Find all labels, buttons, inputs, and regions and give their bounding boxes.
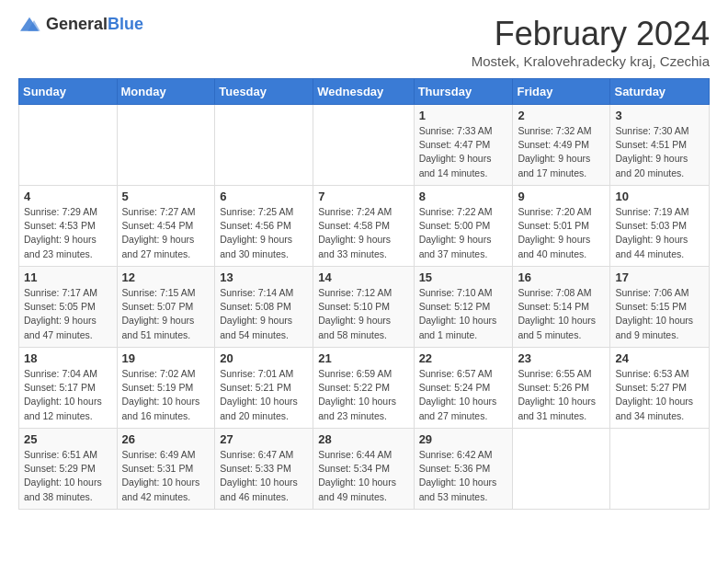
day-number: 15 [419,270,508,284]
day-detail: Sunrise: 7:33 AM Sunset: 4:47 PM Dayligh… [419,124,508,180]
logo: GeneralBlue [18,15,143,34]
day-detail: Sunrise: 6:51 AM Sunset: 5:29 PM Dayligh… [24,448,112,504]
weekday-header-saturday: Saturday [610,79,710,105]
calendar-cell: 2Sunrise: 7:32 AM Sunset: 4:49 PM Daylig… [513,105,610,186]
day-number: 9 [518,190,605,203]
calendar-cell: 25Sunrise: 6:51 AM Sunset: 5:29 PM Dayli… [19,429,118,510]
day-detail: Sunrise: 6:57 AM Sunset: 5:24 PM Dayligh… [419,367,508,423]
calendar-cell: 8Sunrise: 7:22 AM Sunset: 5:00 PM Daylig… [414,186,513,267]
calendar-cell: 4Sunrise: 7:29 AM Sunset: 4:53 PM Daylig… [19,186,118,267]
calendar-cell: 23Sunrise: 6:55 AM Sunset: 5:26 PM Dayli… [513,348,610,429]
calendar-cell: 3Sunrise: 7:30 AM Sunset: 4:51 PM Daylig… [610,105,710,186]
day-number: 4 [24,190,112,203]
day-number: 6 [220,190,308,203]
day-detail: Sunrise: 6:42 AM Sunset: 5:36 PM Dayligh… [419,448,508,504]
calendar-cell: 5Sunrise: 7:27 AM Sunset: 4:54 PM Daylig… [117,186,215,267]
calendar-cell: 18Sunrise: 7:04 AM Sunset: 5:17 PM Dayli… [19,348,118,429]
day-number: 29 [419,432,508,446]
calendar-cell: 20Sunrise: 7:01 AM Sunset: 5:21 PM Dayli… [215,348,313,429]
day-detail: Sunrise: 7:01 AM Sunset: 5:21 PM Dayligh… [220,367,308,423]
day-number: 25 [24,432,112,446]
day-number: 13 [220,270,308,284]
day-number: 2 [518,109,605,122]
calendar-week-row: 18Sunrise: 7:04 AM Sunset: 5:17 PM Dayli… [19,348,710,429]
location: Mostek, Kralovehradecky kraj, Czechia [472,53,710,69]
calendar-cell: 28Sunrise: 6:44 AM Sunset: 5:34 PM Dayli… [313,429,414,510]
calendar-cell: 17Sunrise: 7:06 AM Sunset: 5:15 PM Dayli… [610,267,710,348]
day-number: 8 [419,190,508,203]
day-detail: Sunrise: 7:27 AM Sunset: 4:54 PM Dayligh… [122,205,210,261]
day-detail: Sunrise: 7:22 AM Sunset: 5:00 PM Dayligh… [419,205,508,261]
calendar-week-row: 1Sunrise: 7:33 AM Sunset: 4:47 PM Daylig… [19,105,710,186]
calendar-week-row: 4Sunrise: 7:29 AM Sunset: 4:53 PM Daylig… [19,186,710,267]
calendar-cell: 10Sunrise: 7:19 AM Sunset: 5:03 PM Dayli… [610,186,710,267]
day-detail: Sunrise: 7:30 AM Sunset: 4:51 PM Dayligh… [615,124,704,180]
calendar-cell [610,429,710,510]
weekday-header-friday: Friday [513,79,610,105]
calendar-cell: 22Sunrise: 6:57 AM Sunset: 5:24 PM Dayli… [414,348,513,429]
title-block: February 2024 Mostek, Kralovehradecky kr… [472,15,710,69]
day-detail: Sunrise: 7:17 AM Sunset: 5:05 PM Dayligh… [24,286,112,342]
weekday-header-tuesday: Tuesday [215,79,313,105]
calendar-cell [215,105,313,186]
logo-icon [18,16,40,34]
day-number: 12 [122,270,210,284]
logo-general: General [46,15,108,33]
day-number: 23 [518,351,605,365]
day-number: 24 [615,351,704,365]
day-number: 3 [615,109,704,122]
day-number: 21 [318,351,408,365]
day-detail: Sunrise: 6:59 AM Sunset: 5:22 PM Dayligh… [318,367,408,423]
calendar-table: SundayMondayTuesdayWednesdayThursdayFrid… [18,78,710,510]
calendar-cell: 21Sunrise: 6:59 AM Sunset: 5:22 PM Dayli… [313,348,414,429]
weekday-header-wednesday: Wednesday [313,79,414,105]
calendar-cell: 1Sunrise: 7:33 AM Sunset: 4:47 PM Daylig… [414,105,513,186]
calendar-cell [313,105,414,186]
day-number: 16 [518,270,605,284]
day-detail: Sunrise: 7:19 AM Sunset: 5:03 PM Dayligh… [615,205,704,261]
calendar-cell: 9Sunrise: 7:20 AM Sunset: 5:01 PM Daylig… [513,186,610,267]
day-detail: Sunrise: 7:10 AM Sunset: 5:12 PM Dayligh… [419,286,508,342]
calendar-cell: 27Sunrise: 6:47 AM Sunset: 5:33 PM Dayli… [215,429,313,510]
calendar-cell: 24Sunrise: 6:53 AM Sunset: 5:27 PM Dayli… [610,348,710,429]
day-number: 14 [318,270,408,284]
day-number: 28 [318,432,408,446]
day-number: 26 [122,432,210,446]
day-detail: Sunrise: 7:02 AM Sunset: 5:19 PM Dayligh… [122,367,210,423]
calendar-week-row: 25Sunrise: 6:51 AM Sunset: 5:29 PM Dayli… [19,429,710,510]
day-detail: Sunrise: 7:24 AM Sunset: 4:58 PM Dayligh… [318,205,408,261]
calendar-cell: 15Sunrise: 7:10 AM Sunset: 5:12 PM Dayli… [414,267,513,348]
day-detail: Sunrise: 7:08 AM Sunset: 5:14 PM Dayligh… [518,286,605,342]
weekday-header-sunday: Sunday [19,79,118,105]
calendar-cell: 12Sunrise: 7:15 AM Sunset: 5:07 PM Dayli… [117,267,215,348]
weekday-header-row: SundayMondayTuesdayWednesdayThursdayFrid… [19,79,710,105]
day-detail: Sunrise: 7:32 AM Sunset: 4:49 PM Dayligh… [518,124,605,180]
day-number: 18 [24,351,112,365]
day-detail: Sunrise: 7:14 AM Sunset: 5:08 PM Dayligh… [220,286,308,342]
calendar-week-row: 11Sunrise: 7:17 AM Sunset: 5:05 PM Dayli… [19,267,710,348]
calendar-cell: 26Sunrise: 6:49 AM Sunset: 5:31 PM Dayli… [117,429,215,510]
calendar-cell [19,105,118,186]
calendar-cell: 14Sunrise: 7:12 AM Sunset: 5:10 PM Dayli… [313,267,414,348]
day-detail: Sunrise: 7:04 AM Sunset: 5:17 PM Dayligh… [24,367,112,423]
day-number: 22 [419,351,508,365]
calendar-cell: 7Sunrise: 7:24 AM Sunset: 4:58 PM Daylig… [313,186,414,267]
day-detail: Sunrise: 7:20 AM Sunset: 5:01 PM Dayligh… [518,205,605,261]
day-number: 17 [615,270,704,284]
logo-blue: Blue [108,15,143,33]
day-detail: Sunrise: 6:47 AM Sunset: 5:33 PM Dayligh… [220,448,308,504]
calendar-cell [513,429,610,510]
day-detail: Sunrise: 7:06 AM Sunset: 5:15 PM Dayligh… [615,286,704,342]
day-detail: Sunrise: 7:12 AM Sunset: 5:10 PM Dayligh… [318,286,408,342]
day-number: 5 [122,190,210,203]
day-number: 1 [419,109,508,122]
day-number: 19 [122,351,210,365]
day-detail: Sunrise: 7:15 AM Sunset: 5:07 PM Dayligh… [122,286,210,342]
calendar-cell: 16Sunrise: 7:08 AM Sunset: 5:14 PM Dayli… [513,267,610,348]
day-number: 20 [220,351,308,365]
day-detail: Sunrise: 7:29 AM Sunset: 4:53 PM Dayligh… [24,205,112,261]
calendar-cell: 19Sunrise: 7:02 AM Sunset: 5:19 PM Dayli… [117,348,215,429]
calendar-cell: 11Sunrise: 7:17 AM Sunset: 5:05 PM Dayli… [19,267,118,348]
weekday-header-thursday: Thursday [414,79,513,105]
calendar-cell: 6Sunrise: 7:25 AM Sunset: 4:56 PM Daylig… [215,186,313,267]
